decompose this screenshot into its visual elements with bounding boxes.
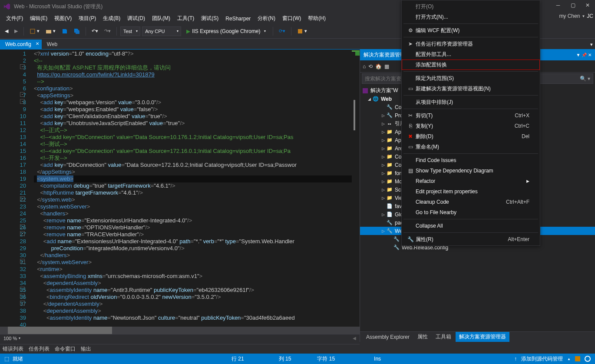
menu-文件(F)[interactable]: 文件(F) <box>3 13 26 23</box>
sb-notify-icon[interactable] <box>575 356 580 361</box>
save-all-button[interactable] <box>72 26 82 36</box>
fold-button[interactable]: - <box>20 64 25 69</box>
config-dropdown[interactable]: Test <box>120 26 140 36</box>
menu-测试(S)[interactable]: 测试(S) <box>198 13 222 23</box>
tree-arrow-icon[interactable]: ▷ <box>380 122 386 126</box>
tree-arrow-icon[interactable]: ▷ <box>380 188 386 192</box>
run-button[interactable]: ▶IIS Express (Google Chrome)▾ <box>183 27 269 35</box>
maximize-button[interactable]: ▢ <box>565 0 580 10</box>
menu-团队(M)[interactable]: 团队(M) <box>149 13 174 23</box>
tab-Web.config[interactable]: Web.config✕ <box>0 40 42 49</box>
tree-arrow-icon[interactable]: ◢ <box>366 97 372 101</box>
fold-button[interactable]: - <box>20 196 25 201</box>
redo-button[interactable]: ↷▾ <box>102 26 113 36</box>
chevron-down-icon[interactable]: ▼ <box>582 14 585 18</box>
ctx-编辑 WCF 配置(W)[interactable]: ⚙编辑 WCF 配置(W) <box>402 25 540 36</box>
ctx-Show Type Dependency Diagram[interactable]: ▤Show Type Dependency Diagram <box>402 165 540 176</box>
tab-overflow-button[interactable]: ▾ <box>588 40 595 49</box>
show-all-icon[interactable]: ▦ <box>384 63 389 69</box>
menu-分析(N)[interactable]: 分析(N) <box>254 13 279 23</box>
right-tab-属性[interactable]: 属性 <box>414 332 431 342</box>
tab-Web[interactable]: Web <box>42 40 68 49</box>
refresh-button[interactable]: ⟳▾ <box>277 26 288 36</box>
tree-arrow-icon[interactable]: ▷ <box>380 130 386 134</box>
sync-icon[interactable]: ⟲ <box>368 63 373 69</box>
menu-帮助(H)[interactable]: 帮助(H) <box>304 13 329 23</box>
right-tab-Assembly Explorer[interactable]: Assembly Explorer <box>363 333 413 341</box>
code-content[interactable]: <?xml version="1.0" encoding="utf-8"?><!… <box>34 50 360 327</box>
hscroll-left-icon[interactable]: ◀ <box>353 336 356 341</box>
code-editor[interactable]: 12-3456-7-89101112131415161718192021-222… <box>0 50 360 327</box>
ctx-属性(R)[interactable]: 🔧属性(R)Alt+Enter <box>402 234 540 245</box>
ctx-配置外部工具...[interactable]: 配置外部工具... <box>402 49 540 60</box>
zoom-level[interactable]: 100 % <box>3 336 17 341</box>
tab-close-icon[interactable]: ✕ <box>36 41 39 46</box>
minimize-button[interactable]: ─ <box>551 0 565 10</box>
fold-button[interactable]: - <box>20 99 25 104</box>
bottom-tab-错误列表[interactable]: 错误列表 <box>3 345 23 353</box>
user-name[interactable]: my Chen <box>559 13 580 19</box>
search-icon[interactable]: 🔍 ▾ <box>580 76 590 82</box>
home2-icon[interactable]: 🏠 <box>375 63 382 69</box>
fold-button[interactable]: - <box>20 259 25 264</box>
horizontal-scrollbar[interactable] <box>0 327 360 334</box>
menu-视图(V)[interactable]: 视图(V) <box>51 13 75 23</box>
ctx-重命名(M)[interactable]: ▭重命名(M) <box>402 142 540 152</box>
ctx-从项目中排除(J)[interactable]: 从项目中排除(J) <box>402 97 540 107</box>
extension-button[interactable]: ▾ <box>295 26 309 36</box>
right-tab-工具箱[interactable]: 工具箱 <box>432 332 455 342</box>
ctx-限定为此范围(S)[interactable]: 限定为此范围(S) <box>402 73 540 83</box>
menu-生成(B)[interactable]: 生成(B) <box>99 13 124 23</box>
right-tab-解决方案资源管理器[interactable]: 解决方案资源管理器 <box>456 332 509 342</box>
tree-arrow-icon[interactable]: ▷ <box>380 171 386 175</box>
ctx-Collapse All[interactable]: Collapse All <box>402 221 540 231</box>
tree-arrow-icon[interactable]: ▷ <box>380 229 386 233</box>
undo-button[interactable]: ↶▾ <box>89 26 100 36</box>
save-button[interactable] <box>60 26 70 36</box>
ctx-Cleanup Code[interactable]: Cleanup CodeCtrl+Alt+F <box>402 197 540 207</box>
hscroll-thumb[interactable] <box>8 327 112 334</box>
tree-arrow-icon[interactable]: ▷ <box>380 146 386 151</box>
ctx-删除(D)[interactable]: ✖删除(D)Del <box>402 131 540 142</box>
ctx-Find Code Issues[interactable]: Find Code Issues <box>402 155 540 165</box>
tree-arrow-icon[interactable]: ▷ <box>380 196 386 200</box>
ctx-复制(Y)[interactable]: ⎘复制(Y)Ctrl+C <box>402 121 540 131</box>
ctx-Refactor[interactable]: Refactor▶ <box>402 176 540 186</box>
bottom-tab-输出[interactable]: 输出 <box>81 345 91 353</box>
nav-back-button[interactable]: ◀ <box>3 26 10 36</box>
pin-icon[interactable]: ▼ 📌 ✕ <box>576 53 592 57</box>
tree-arrow-icon[interactable]: ▷ <box>380 163 386 167</box>
ctx-添加配置转换[interactable]: 添加配置转换 <box>402 60 540 70</box>
menu-ReSharper[interactable]: ReSharper <box>222 14 254 23</box>
sb-feedback-icon[interactable] <box>585 356 591 362</box>
menu-工具(T)[interactable]: 工具(T) <box>174 13 198 23</box>
ctx-打开方式(N)...[interactable]: 打开方式(N)... <box>402 12 540 22</box>
menu-编辑(E)[interactable]: 编辑(E) <box>26 13 51 23</box>
ctx-任务运行程序资源管理器[interactable]: ➤任务运行程序资源管理器 <box>402 39 540 49</box>
bottom-tab-任务列表[interactable]: 任务列表 <box>29 345 50 353</box>
close-button[interactable]: ✕ <box>580 0 595 10</box>
fold-button[interactable]: - <box>20 231 25 236</box>
nav-fwd-button[interactable]: ▶ <box>12 26 20 36</box>
sb-source-control[interactable]: 添加到源代码管理 <box>521 355 563 363</box>
tree-arrow-icon[interactable]: ▷ <box>380 113 386 118</box>
menu-调试(D)[interactable]: 调试(D) <box>124 13 149 23</box>
sb-source-add-icon[interactable]: ↑ <box>514 356 517 362</box>
ctx-Edit project item properties[interactable]: Edit project item properties <box>402 186 540 197</box>
menu-项目(P)[interactable]: 项目(P) <box>75 13 99 23</box>
ctx-open-with-0[interactable]: 打开(O) <box>402 1 540 12</box>
new-button[interactable]: ▾ <box>27 26 42 36</box>
tree-arrow-icon[interactable]: ▷ <box>380 138 386 142</box>
fold-button[interactable]: - <box>20 301 25 305</box>
platform-dropdown[interactable]: Any CPU <box>142 26 181 36</box>
minimap[interactable] <box>352 50 360 327</box>
tree-arrow-icon[interactable]: ▷ <box>380 179 386 184</box>
ctx-剪切(T)[interactable]: ✂剪切(T)Ctrl+X <box>402 110 540 121</box>
ctx-Go to File Nearby[interactable]: Go to File Nearby <box>402 207 540 218</box>
ctx-新建解决方案资源管理器视图(N)[interactable]: ▭新建解决方案资源管理器视图(N) <box>402 83 540 94</box>
open-button[interactable]: ▾ <box>43 26 58 36</box>
bottom-tab-命令窗口[interactable]: 命令窗口 <box>55 345 76 353</box>
tree-arrow-icon[interactable]: ▷ <box>380 212 386 217</box>
home-icon[interactable]: ⌂ <box>363 63 366 69</box>
user-badge[interactable]: JC <box>587 13 593 19</box>
